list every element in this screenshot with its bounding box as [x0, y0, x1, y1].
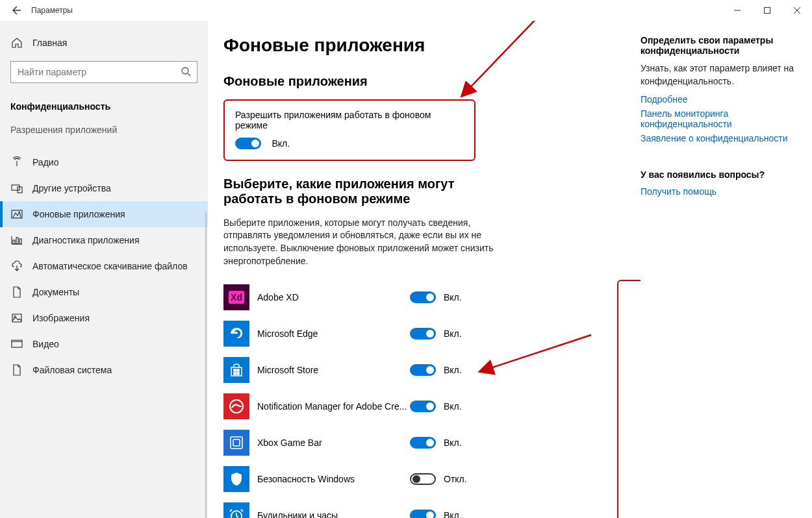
- nav-list: РадиоДругие устройстваФоновые приложения…: [0, 149, 208, 383]
- svg-rect-18: [231, 437, 242, 449]
- sidebar-item-fs[interactable]: Файловая система: [0, 357, 208, 383]
- maximize-button[interactable]: [752, 0, 782, 21]
- svg-rect-11: [12, 341, 22, 347]
- sidebar-item-radio[interactable]: Радио: [0, 149, 208, 175]
- sidebar-item-label: Диагностика приложения: [32, 235, 139, 245]
- video-icon: [10, 338, 23, 351]
- app-row: Microsoft EdgeВкл.: [223, 315, 641, 352]
- svg-rect-7: [16, 238, 18, 244]
- svg-rect-16: [237, 373, 239, 375]
- home-label: Главная: [32, 38, 67, 48]
- window-title: Параметры: [31, 6, 73, 15]
- svg-rect-9: [12, 314, 21, 322]
- app-toggle-state: Вкл.: [444, 401, 462, 412]
- search-input[interactable]: [10, 61, 197, 83]
- right-pane: Определить свои параметры конфиденциальн…: [641, 21, 812, 518]
- sidebar-item-docs[interactable]: Документы: [0, 279, 208, 305]
- svg-rect-13: [234, 369, 236, 371]
- app-toggle-state: Вкл.: [444, 438, 462, 448]
- sidebar-item-label: Другие устройства: [32, 183, 111, 193]
- app-icon-xd: Xd: [223, 284, 249, 310]
- app-row: XdAdobe XDВкл.: [223, 279, 641, 315]
- app-list: XdAdobe XDВкл.Microsoft EdgeВкл.Microsof…: [223, 279, 641, 518]
- app-toggle-state: Вкл.: [444, 328, 462, 339]
- scrollbar[interactable]: [205, 212, 207, 518]
- app-name: Adobe XD: [257, 292, 410, 302]
- allow-bg-state: Вкл.: [272, 138, 290, 149]
- section2-desc: Выберите приложения, которые могут получ…: [223, 217, 496, 267]
- app-toggle[interactable]: [410, 328, 436, 339]
- link-privacy-dashboard[interactable]: Панель мониторинга конфиденциальности: [641, 108, 800, 129]
- app-icon-edge: [223, 321, 249, 347]
- app-name: Безопасность Windows: [257, 474, 410, 484]
- search-wrap: [10, 61, 197, 83]
- sidebar-item-label: Видео: [32, 339, 59, 349]
- sidebar-item-label: Радио: [32, 157, 58, 167]
- home-nav[interactable]: Главная: [0, 30, 208, 56]
- app-row: Notification Manager for Adobe Cre...Вкл…: [223, 388, 641, 425]
- sidebar-item-label: Файловая система: [32, 365, 112, 375]
- autodl-icon: [10, 260, 23, 273]
- sidebar-item-label: Фоновые приложения: [32, 209, 125, 219]
- sidebar-item-images[interactable]: Изображения: [0, 305, 208, 331]
- section2-title: Выберите, какие приложения могут работат…: [223, 177, 509, 206]
- app-name: Xbox Game Bar: [257, 438, 410, 448]
- sidebar: Главная Конфиденциальность Разрешения пр…: [0, 21, 208, 518]
- titlebar: Параметры: [0, 0, 812, 21]
- sidebar-item-other[interactable]: Другие устройства: [0, 175, 208, 201]
- app-icon-cc: [223, 393, 249, 419]
- app-row: Microsoft StoreВкл.: [223, 352, 641, 388]
- link-learn-more[interactable]: Подробнее: [641, 94, 800, 105]
- app-toggle[interactable]: [410, 364, 436, 376]
- category-title: Конфиденциальность: [0, 93, 208, 116]
- app-icon-store: [223, 357, 249, 383]
- right-block1-text: Узнать, как этот параметр влияет на конф…: [641, 62, 800, 88]
- svg-rect-12: [231, 367, 242, 376]
- page-title: Фоновые приложения: [223, 35, 641, 56]
- allow-bg-toggle[interactable]: [235, 138, 261, 149]
- app-icon-xbox: [223, 430, 249, 456]
- sidebar-item-diag[interactable]: Диагностика приложения: [0, 227, 208, 253]
- sidebar-item-video[interactable]: Видео: [0, 331, 208, 357]
- app-toggle-state: Вкл.: [444, 292, 462, 302]
- svg-point-2: [182, 68, 188, 74]
- bgapps-icon: [10, 208, 23, 221]
- home-icon: [10, 36, 23, 49]
- sidebar-item-bgapps[interactable]: Фоновые приложения: [0, 201, 208, 227]
- back-button[interactable]: [0, 0, 31, 21]
- images-icon: [10, 312, 23, 325]
- app-toggle-state: Откл.: [444, 474, 467, 484]
- svg-rect-1: [765, 8, 770, 14]
- app-row: Xbox Game BarВкл.: [223, 425, 641, 461]
- app-row: Будильники и часыВкл.: [223, 497, 641, 518]
- section-title: Разрешения приложений: [0, 116, 208, 139]
- window-controls: [722, 0, 812, 21]
- close-button[interactable]: [782, 0, 812, 21]
- callout-allow-bg: Разрешить приложениям работать в фоновом…: [223, 99, 476, 161]
- app-icon-sec: [223, 466, 249, 492]
- app-toggle[interactable]: [410, 291, 436, 303]
- svg-rect-8: [19, 239, 21, 244]
- other-icon: [10, 182, 23, 195]
- app-toggle[interactable]: [410, 510, 436, 518]
- diag-icon: [10, 234, 23, 247]
- app-name: Будильники и часы: [257, 510, 410, 518]
- radio-icon: [10, 156, 23, 169]
- app-toggle[interactable]: [410, 437, 436, 449]
- link-get-help[interactable]: Получить помощь: [641, 186, 800, 197]
- app-name: Microsoft Store: [257, 365, 410, 375]
- app-toggle-state: Вкл.: [444, 510, 462, 518]
- app-toggle[interactable]: [410, 401, 436, 412]
- link-privacy-statement[interactable]: Заявление о конфиденциальности: [641, 133, 800, 143]
- app-icon-clk: [223, 502, 249, 518]
- app-toggle[interactable]: [410, 473, 436, 485]
- svg-rect-19: [233, 439, 240, 446]
- sidebar-item-autodl[interactable]: Автоматическое скачивание файлов: [0, 253, 208, 279]
- svg-rect-6: [13, 240, 15, 244]
- sidebar-item-label: Изображения: [32, 313, 90, 323]
- app-name: Notification Manager for Adobe Cre...: [257, 401, 410, 412]
- right-block1-title: Определить свои параметры конфиденциальн…: [641, 35, 800, 56]
- search-icon: [181, 66, 191, 79]
- sidebar-item-label: Документы: [32, 287, 79, 297]
- minimize-button[interactable]: [722, 0, 752, 21]
